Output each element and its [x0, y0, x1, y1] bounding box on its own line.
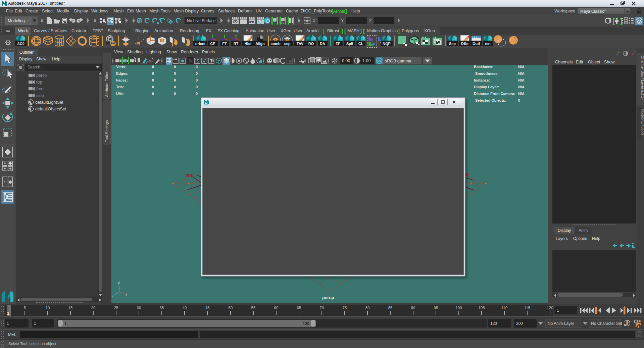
svg-text:XGen: XGen	[424, 29, 435, 33]
svg-text:Display Layer:: Display Layer:	[474, 85, 499, 89]
svg-text:120: 120	[303, 321, 309, 326]
svg-text:1: 1	[64, 321, 67, 326]
svg-text:orient: orient	[195, 42, 206, 46]
svg-text:0: 0	[152, 85, 154, 89]
svg-text:105: 105	[478, 306, 485, 310]
svg-text:Animation: Animation	[154, 29, 173, 33]
svg-text:Modeling: Modeling	[8, 18, 25, 23]
svg-text:No Live Surface: No Live Surface	[187, 18, 216, 23]
svg-text:Motion Graphics: Motion Graphics	[367, 29, 398, 33]
svg-text:Outl: Outl	[473, 42, 480, 46]
svg-text:120: 120	[547, 306, 553, 310]
svg-text:95: 95	[434, 306, 438, 310]
svg-text:Instance:: Instance:	[474, 78, 490, 82]
svg-text:Y:: Y:	[341, 18, 345, 23]
svg-text:Rendering: Rendering	[180, 29, 199, 33]
svg-text:defaultLightSet: defaultLightSet	[35, 100, 63, 105]
svg-text:110: 110	[501, 306, 507, 310]
svg-text:1: 1	[7, 321, 9, 326]
svg-text:Verts:: Verts:	[116, 65, 127, 69]
svg-text:Channel Box / Layer Editor: Channel Box / Layer Editor	[641, 56, 644, 100]
svg-text:]: ]	[360, 28, 362, 34]
svg-text:ON: ON	[378, 59, 381, 62]
svg-text:0: 0	[196, 85, 198, 89]
svg-text:Arnold: Arnold	[306, 29, 318, 33]
svg-text:IPR: IPR	[249, 20, 254, 23]
svg-text:Selected Objects:: Selected Objects:	[475, 98, 506, 102]
svg-text:CP: CP	[210, 42, 215, 46]
svg-text:]: ]	[398, 28, 400, 34]
svg-text:]: ]	[342, 28, 343, 34]
svg-text:y: y	[118, 281, 120, 285]
svg-text:0: 0	[196, 92, 198, 96]
svg-text:0: 0	[518, 98, 520, 102]
svg-text:75: 75	[343, 306, 347, 310]
svg-text:35: 35	[160, 306, 164, 310]
svg-text:Rigging: Rigging	[135, 29, 149, 33]
svg-text:5: 5	[24, 306, 26, 310]
svg-text:Tris:: Tris:	[116, 85, 124, 89]
svg-text:front: front	[36, 87, 45, 91]
svg-text:65: 65	[297, 306, 301, 310]
svg-text:NQP: NQP	[383, 42, 391, 46]
svg-text:Attribute Editor: Attribute Editor	[105, 71, 109, 97]
svg-text:Align: Align	[255, 42, 265, 46]
svg-text:Custom: Custom	[71, 29, 86, 33]
svg-text:0: 0	[174, 71, 176, 76]
svg-text:Curves / Surfaces: Curves / Surfaces	[34, 29, 67, 33]
svg-text:persp: persp	[322, 295, 334, 300]
svg-text:TAV: TAV	[297, 42, 304, 46]
svg-text:20: 20	[91, 306, 96, 310]
svg-text:70: 70	[320, 306, 324, 310]
svg-text:15: 15	[68, 306, 73, 310]
svg-text:0: 0	[152, 65, 154, 69]
svg-text:X:: X:	[313, 18, 316, 23]
svg-text:TEST: TEST	[93, 29, 103, 33]
svg-text:x: x	[126, 293, 127, 296]
svg-text:comb: comb	[270, 42, 281, 46]
svg-text:30: 30	[137, 306, 141, 310]
svg-text:200: 200	[185, 172, 194, 178]
svg-text:Distance From Camera:: Distance From Camera:	[474, 92, 515, 96]
svg-text:[: [	[612, 17, 615, 25]
svg-text:0: 0	[174, 65, 176, 69]
svg-text:120: 120	[490, 321, 497, 326]
svg-text:defaultObjectSet: defaultObjectSet	[35, 107, 66, 111]
svg-text:N/A: N/A	[518, 92, 525, 96]
svg-text:[: [	[363, 28, 365, 34]
svg-text:No Character Set: No Character Set	[591, 321, 622, 326]
svg-text:FT: FT	[222, 42, 227, 46]
svg-text:0: 0	[174, 85, 176, 89]
svg-text:1: 1	[557, 308, 559, 313]
svg-text:[: [	[344, 28, 346, 34]
svg-text:60: 60	[274, 306, 279, 310]
svg-text:MASH: MASH	[347, 29, 359, 33]
svg-text:Spli: Spli	[346, 42, 353, 46]
svg-text:side: side	[36, 93, 44, 98]
svg-text:Modeling Toolkit: Modeling Toolkit	[641, 109, 644, 135]
svg-text:UVs:: UVs:	[116, 92, 125, 96]
svg-text:N/A: N/A	[518, 65, 525, 69]
svg-text:1: 1	[34, 321, 36, 326]
svg-text:FX Caching: FX Caching	[217, 29, 239, 33]
svg-text:CL: CL	[358, 42, 363, 46]
svg-text:T: T	[210, 59, 213, 63]
svg-text:No Anim Layer: No Anim Layer	[548, 321, 574, 326]
svg-text:0: 0	[174, 92, 176, 96]
svg-text:DA: DA	[320, 42, 325, 46]
svg-text::: :	[638, 333, 639, 336]
svg-text:sRGB gamma: sRGB gamma	[385, 59, 411, 63]
svg-text:0.00: 0.00	[342, 58, 350, 63]
svg-text:0: 0	[196, 65, 198, 69]
svg-text:RO: RO	[308, 42, 314, 46]
svg-text:10: 10	[46, 306, 50, 310]
svg-text:0: 0	[196, 78, 198, 82]
svg-text:N/A: N/A	[518, 78, 525, 82]
svg-text:0: 0	[152, 71, 154, 76]
svg-text:Sep: Sep	[449, 42, 456, 46]
svg-text:0: 0	[152, 78, 154, 82]
svg-text:Polygons: Polygons	[402, 29, 419, 33]
svg-text:25: 25	[114, 306, 118, 310]
svg-text:persp: persp	[36, 73, 47, 78]
svg-text:ren: ren	[485, 42, 490, 46]
